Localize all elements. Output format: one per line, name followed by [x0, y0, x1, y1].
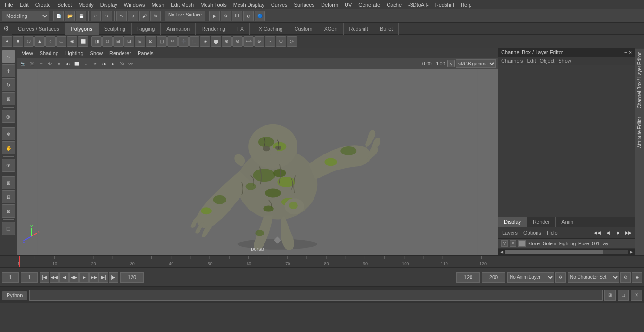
- pb-play-fwd[interactable]: ▶: [79, 272, 89, 283]
- rp-subtab-layers[interactable]: Layers: [500, 229, 520, 236]
- vp-wire-btn[interactable]: ⬜: [73, 59, 81, 68]
- vp-film-btn[interactable]: 🎬: [28, 59, 36, 68]
- tb2-torus[interactable]: ○: [45, 36, 56, 47]
- menu-edit[interactable]: Edit: [17, 1, 32, 8]
- edge-tab-attribute-editor[interactable]: Attribute Editor: [635, 113, 644, 152]
- layer-last-btn[interactable]: ▶▶: [624, 228, 633, 237]
- vp-aa-btn[interactable]: Ⓐ: [117, 59, 126, 68]
- char-set-extra[interactable]: ◈: [632, 272, 642, 283]
- tb2-edge-mode[interactable]: ⬠: [102, 36, 113, 47]
- tab-sculpting[interactable]: Sculpting: [99, 23, 132, 35]
- tab-bullet[interactable]: Bullet: [374, 23, 399, 35]
- tab-fx-caching[interactable]: FX Caching: [250, 23, 289, 35]
- menu-cache[interactable]: Cache: [384, 1, 405, 8]
- pb-play-back[interactable]: ◀▶: [69, 272, 79, 283]
- tb2-plane[interactable]: ▭: [56, 36, 66, 47]
- paint-btn[interactable]: 🖌: [139, 11, 149, 21]
- menu-generate[interactable]: Generate: [355, 1, 383, 8]
- tab-custom[interactable]: Custom: [289, 23, 319, 35]
- vp-shading[interactable]: Shading: [37, 50, 61, 57]
- tb2-extrude[interactable]: ⊟: [135, 36, 145, 47]
- menu-3dtall[interactable]: -3DtoAll-: [405, 1, 431, 8]
- tb2-bridge[interactable]: ⊠: [146, 36, 156, 47]
- vp-pts-btn[interactable]: ∷: [82, 59, 90, 68]
- rp-subtab-help[interactable]: Help: [545, 229, 560, 236]
- cb-channels[interactable]: Channels: [501, 58, 523, 64]
- cb-edit[interactable]: Edit: [527, 58, 536, 64]
- char-set-select[interactable]: No Character Set: [568, 272, 619, 283]
- tb2-vert-mode[interactable]: ⊞: [113, 36, 124, 47]
- tb2-combine[interactable]: ⊕: [222, 36, 232, 47]
- tb2-uvmap[interactable]: ⊡: [124, 36, 134, 47]
- layer-v-btn[interactable]: V: [501, 240, 508, 247]
- cb-object[interactable]: Object: [539, 58, 554, 64]
- layer-p-btn[interactable]: P: [510, 240, 516, 247]
- vp-shade-btn[interactable]: ◐: [64, 59, 72, 68]
- rp-subtab-options[interactable]: Options: [521, 229, 543, 236]
- vp-shadow-btn[interactable]: ◑: [99, 59, 108, 68]
- mode-selector[interactable]: Modeling Rigging Animation: [2, 11, 49, 21]
- menu-mesh[interactable]: Mesh: [149, 1, 167, 8]
- menu-display[interactable]: Display: [98, 1, 120, 8]
- menu-file[interactable]: File: [2, 1, 16, 8]
- max-frame-input[interactable]: [482, 272, 505, 283]
- scroll-left-arrow[interactable]: ◀: [498, 249, 505, 255]
- pb-to-end[interactable]: |▶|: [109, 272, 118, 283]
- timeline-ruler[interactable]: [17, 256, 500, 268]
- select-tool[interactable]: ↖: [2, 50, 15, 63]
- tb2-poke[interactable]: ⋆: [265, 36, 275, 47]
- menu-create[interactable]: Create: [33, 1, 54, 8]
- tb2-separate[interactable]: ⊖: [232, 36, 243, 47]
- redo-btn[interactable]: ↪: [102, 11, 112, 21]
- tab-animation[interactable]: Animation: [161, 23, 196, 35]
- scale-tool[interactable]: ⊞: [2, 92, 15, 105]
- scroll-track[interactable]: [505, 250, 628, 254]
- save-scene-btn[interactable]: 💾: [76, 11, 86, 21]
- command-line-input[interactable]: [29, 290, 603, 301]
- lasso-btn[interactable]: ⊗: [128, 11, 138, 21]
- vp-light-btn[interactable]: ☀: [91, 59, 99, 68]
- menu-mesh-display[interactable]: Mesh Display: [231, 1, 267, 8]
- vp-vp2-btn[interactable]: V2: [126, 59, 135, 68]
- tab-xgen[interactable]: XGen: [318, 23, 343, 35]
- vp-show[interactable]: Show: [87, 50, 106, 57]
- rp-tab-anim[interactable]: Anim: [556, 217, 579, 227]
- vp-eye-btn[interactable]: 👁: [46, 59, 54, 68]
- tb2-smooth[interactable]: ⬤: [211, 36, 221, 47]
- vp-renderer[interactable]: Renderer: [107, 50, 134, 57]
- menu-redshift[interactable]: Redshift: [432, 1, 457, 8]
- tb2-target-weld[interactable]: ⊛: [254, 36, 264, 47]
- frame-input-left[interactable]: [21, 272, 38, 283]
- vp-gamma-select[interactable]: sRGB gamma: [456, 59, 496, 68]
- tb2-sphere[interactable]: ●: [2, 36, 12, 47]
- snap-curve[interactable]: ⊟: [2, 190, 15, 203]
- tb2-cone[interactable]: ▲: [34, 36, 45, 47]
- scroll-thumb[interactable]: [505, 250, 603, 254]
- tab-fx[interactable]: FX: [231, 23, 250, 35]
- pb-step-back[interactable]: ◀: [59, 272, 69, 283]
- menu-surfaces[interactable]: Surfaces: [291, 1, 317, 8]
- tb2-multi-cut[interactable]: ✂: [167, 36, 178, 47]
- new-scene-btn[interactable]: 📄: [53, 11, 64, 21]
- undo-btn[interactable]: ↩: [91, 11, 101, 21]
- render-view-btn[interactable]: 🎞: [232, 11, 242, 21]
- tb2-connect[interactable]: ➕: [178, 36, 189, 47]
- tb2-bevel[interactable]: ◫: [157, 36, 167, 47]
- rotate-btn[interactable]: ↻: [150, 11, 161, 21]
- current-frame-input[interactable]: [2, 272, 19, 283]
- rs-btn[interactable]: 🔵: [255, 11, 265, 21]
- live-surface-btn[interactable]: No Live Surface: [165, 11, 205, 21]
- snap-point[interactable]: ⊠: [2, 204, 15, 218]
- tab-rigging[interactable]: Rigging: [132, 23, 161, 35]
- window-minimize-btn[interactable]: □: [618, 290, 629, 301]
- menu-windows[interactable]: Windows: [121, 1, 148, 8]
- menu-uv[interactable]: UV: [342, 1, 355, 8]
- tb2-disc[interactable]: ◉: [67, 36, 77, 47]
- layer-next-btn[interactable]: ▶: [614, 228, 622, 237]
- soft-mod[interactable]: ⊛: [2, 127, 15, 140]
- menu-curves[interactable]: Curves: [268, 1, 290, 8]
- menu-mesh-tools[interactable]: Mesh Tools: [198, 1, 229, 8]
- ipr-btn[interactable]: ◐: [243, 11, 254, 21]
- viewport-content[interactable]: X Y Z persp: [17, 69, 498, 255]
- vp-panels[interactable]: Panels: [135, 50, 157, 57]
